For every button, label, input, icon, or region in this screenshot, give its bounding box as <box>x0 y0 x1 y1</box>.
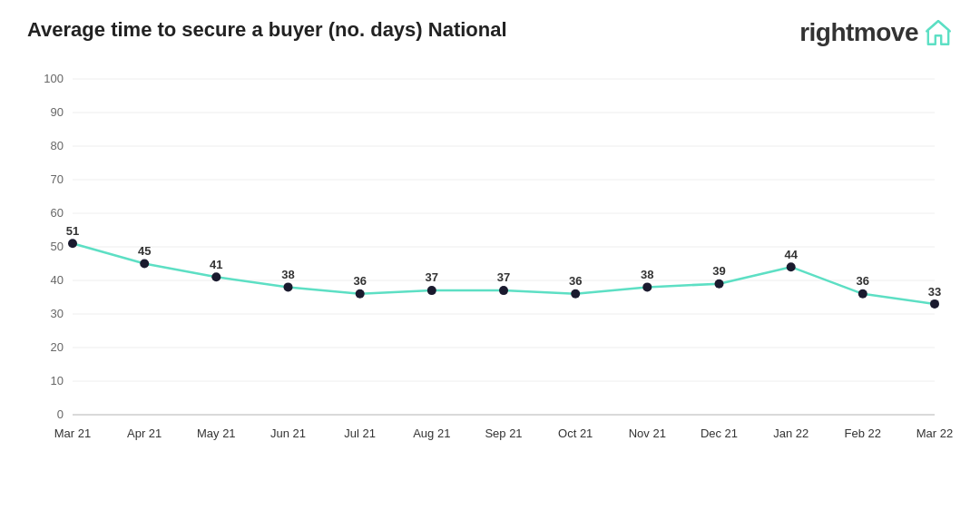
logo-icon <box>924 18 953 47</box>
value-label-10: 44 <box>784 248 798 261</box>
page-container: Average time to secure a buyer (no. days… <box>0 0 980 510</box>
x-label-9: Dec 21 <box>701 427 738 440</box>
x-label-4: Jul 21 <box>344 427 376 440</box>
data-point-11 <box>858 289 867 299</box>
x-label-7: Oct 21 <box>558 427 593 440</box>
x-label-1: Apr 21 <box>127 427 162 440</box>
svg-text:30: 30 <box>51 307 64 320</box>
svg-text:80: 80 <box>51 139 64 152</box>
x-label-12: Mar 22 <box>916 427 953 440</box>
x-label-8: Nov 21 <box>629 427 666 440</box>
data-point-5 <box>427 286 436 295</box>
x-label-6: Sep 21 <box>485 427 522 440</box>
svg-text:70: 70 <box>51 172 64 186</box>
data-point-1 <box>140 260 149 269</box>
value-label-9: 39 <box>712 264 725 278</box>
value-label-5: 37 <box>426 270 438 284</box>
logo-text: rightmove <box>799 18 918 47</box>
data-point-0 <box>68 239 77 248</box>
chart-svg: 0 10 20 30 40 50 60 70 80 90 100 <box>27 56 953 474</box>
data-point-6 <box>499 286 508 295</box>
svg-text:0: 0 <box>57 407 64 421</box>
value-label-0: 51 <box>66 224 79 238</box>
svg-text:40: 40 <box>51 273 64 287</box>
value-label-3: 38 <box>281 268 294 281</box>
value-label-4: 36 <box>353 274 366 288</box>
data-point-10 <box>787 262 796 271</box>
data-point-9 <box>715 280 724 289</box>
page-header: Average time to secure a buyer (no. days… <box>27 18 953 47</box>
svg-text:10: 10 <box>51 374 64 387</box>
svg-text:50: 50 <box>51 240 64 253</box>
svg-text:20: 20 <box>51 340 64 354</box>
value-label-8: 38 <box>641 268 653 281</box>
svg-text:60: 60 <box>51 206 64 220</box>
x-label-5: Aug 21 <box>413 427 450 440</box>
data-point-2 <box>211 272 220 281</box>
chart-area: 0 10 20 30 40 50 60 70 80 90 100 <box>27 56 953 474</box>
x-label-10: Jan 22 <box>773 427 808 440</box>
value-label-11: 36 <box>857 274 869 288</box>
x-label-3: Jun 21 <box>270 427 306 440</box>
svg-text:100: 100 <box>44 72 64 85</box>
value-label-1: 45 <box>138 244 151 258</box>
x-label-2: May 21 <box>197 427 236 440</box>
value-label-6: 37 <box>497 270 510 284</box>
svg-text:90: 90 <box>51 105 64 119</box>
data-point-12 <box>930 299 939 309</box>
x-label-0: Mar 21 <box>54 427 91 440</box>
value-label-7: 36 <box>569 274 582 288</box>
data-point-3 <box>284 282 293 291</box>
value-label-12: 33 <box>928 285 941 299</box>
x-label-11: Feb 22 <box>845 427 881 440</box>
data-point-7 <box>571 289 580 299</box>
logo: rightmove <box>799 18 953 47</box>
chart-title: Average time to secure a buyer (no. days… <box>27 18 507 42</box>
data-point-4 <box>356 289 365 299</box>
data-point-8 <box>642 282 652 291</box>
value-label-2: 41 <box>210 258 222 271</box>
